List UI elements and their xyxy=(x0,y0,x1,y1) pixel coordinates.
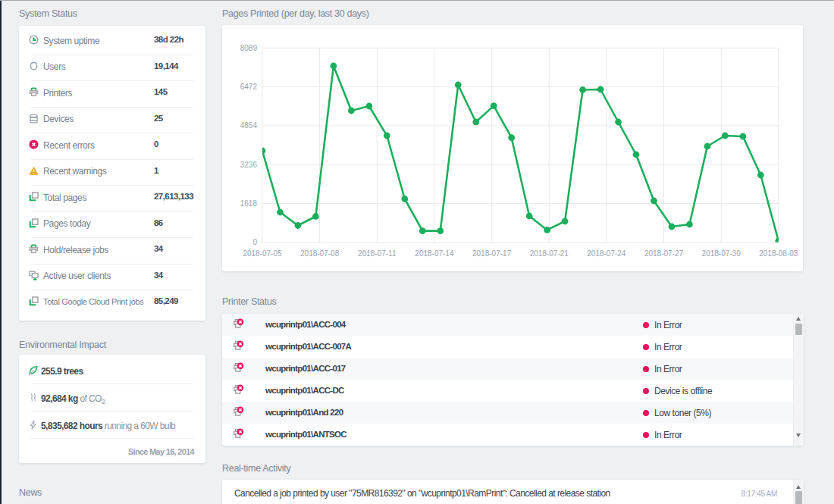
svg-text:6472: 6472 xyxy=(240,83,258,91)
svg-text:2018-07-30: 2018-07-30 xyxy=(702,249,742,258)
svg-text:8089: 8089 xyxy=(240,44,258,52)
svg-text:3236: 3236 xyxy=(240,161,258,169)
svg-text:2018-07-17: 2018-07-17 xyxy=(472,249,512,258)
svg-text:2018-08-03: 2018-08-03 xyxy=(759,249,798,258)
svg-text:2018-07-08: 2018-07-08 xyxy=(300,249,340,258)
svg-text:0: 0 xyxy=(252,238,257,246)
svg-text:2018-07-27: 2018-07-27 xyxy=(644,249,684,258)
svg-text:2018-07-24: 2018-07-24 xyxy=(587,249,626,258)
svg-text:2018-07-14: 2018-07-14 xyxy=(415,249,454,258)
svg-text:4854: 4854 xyxy=(240,121,258,130)
svg-text:1618: 1618 xyxy=(240,199,258,208)
svg-text:2018-07-11: 2018-07-11 xyxy=(358,249,397,258)
svg-text:2018-07-05: 2018-07-05 xyxy=(243,249,282,258)
svg-text:2018-07-21: 2018-07-21 xyxy=(530,249,569,258)
